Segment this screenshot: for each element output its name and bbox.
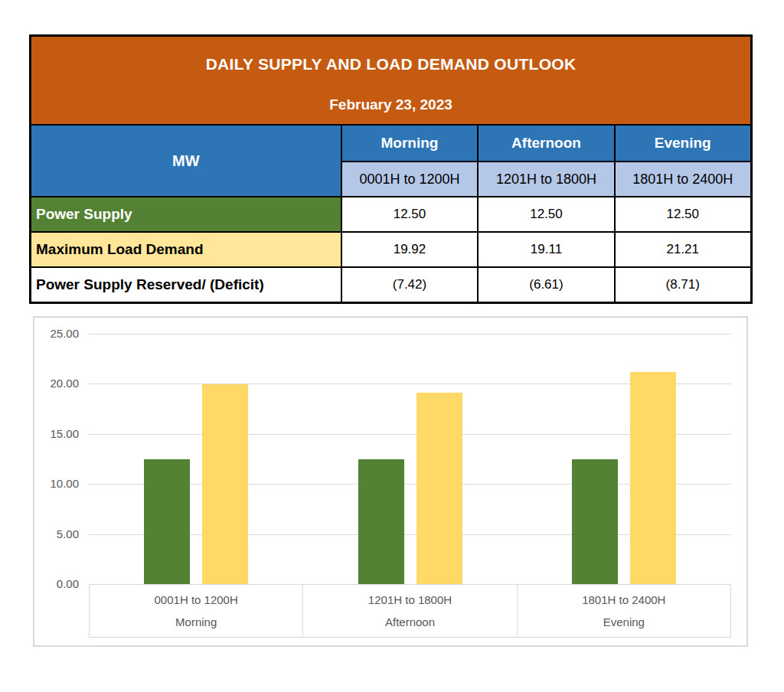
table-title-cell: DAILY SUPPLY AND LOAD DEMAND OUTLOOK Feb… (31, 36, 752, 126)
cell-reserve-morning: (7.42) (341, 267, 479, 302)
bar-power-supply (358, 459, 404, 585)
y-axis-tick-label: 0.00 (39, 577, 79, 590)
table-row-reserve-deficit: Power Supply Reserved/ (Deficit) (7.42) … (31, 267, 752, 302)
x-axis-period-label: Evening (603, 615, 645, 628)
x-axis-period-label: Afternoon (385, 615, 435, 628)
x-axis-category: 1201H to 1800HAfternoon (302, 585, 516, 637)
cell-power-supply-morning: 12.50 (341, 197, 479, 232)
table-row-power-supply: Power Supply 12.50 12.50 12.50 (31, 197, 752, 232)
column-header-evening: Evening (615, 125, 752, 162)
supply-demand-table: DAILY SUPPLY AND LOAD DEMAND OUTLOOK Feb… (29, 34, 753, 304)
row-label-power-supply: Power Supply (31, 197, 341, 232)
cell-power-supply-afternoon: 12.50 (478, 197, 614, 232)
y-axis-tick-label: 20.00 (39, 377, 79, 390)
column-header-morning: Morning (341, 125, 479, 162)
x-axis-label-box: 0001H to 1200HMorning1201H to 1800HAfter… (89, 584, 731, 638)
bar-maximum-load-demand (416, 393, 462, 584)
y-axis-tick-label: 15.00 (39, 427, 79, 440)
column-subheader-morning-hours: 0001H to 1200H (341, 162, 479, 197)
x-axis-hours-label: 1201H to 1800H (368, 593, 452, 606)
table-row: MW Morning Afternoon Evening (31, 125, 752, 162)
bar-chart: 0.005.0010.0015.0020.0025.000001H to 120… (33, 316, 748, 647)
column-header-afternoon: Afternoon (478, 125, 614, 162)
bar-power-supply (144, 459, 190, 585)
column-subheader-afternoon-hours: 1201H to 1800H (478, 162, 614, 197)
bar-maximum-load-demand (202, 384, 248, 584)
table-row-max-load-demand: Maximum Load Demand 19.92 19.11 21.21 (31, 232, 752, 267)
bar-maximum-load-demand (630, 372, 676, 584)
table-row: DAILY SUPPLY AND LOAD DEMAND OUTLOOK Feb… (31, 36, 752, 126)
column-subheader-evening-hours: 1801H to 2400H (615, 162, 752, 197)
x-axis-category: 0001H to 1200HMorning (90, 585, 302, 637)
page: DAILY SUPPLY AND LOAD DEMAND OUTLOOK Feb… (0, 0, 784, 692)
table-title: DAILY SUPPLY AND LOAD DEMAND OUTLOOK (31, 55, 750, 73)
x-axis-period-label: Morning (175, 615, 217, 628)
cell-max-load-evening: 21.21 (615, 232, 752, 267)
table-date: February 23, 2023 (31, 96, 750, 113)
unit-label-cell: MW (31, 125, 341, 197)
gridline (89, 334, 731, 335)
cell-max-load-afternoon: 19.11 (478, 232, 614, 267)
x-axis-hours-label: 1801H to 2400H (582, 593, 665, 606)
cell-reserve-afternoon: (6.61) (478, 267, 614, 302)
cell-reserve-evening: (8.71) (615, 267, 752, 302)
row-label-reserve-deficit: Power Supply Reserved/ (Deficit) (31, 267, 341, 302)
cell-power-supply-evening: 12.50 (615, 197, 752, 232)
cell-max-load-morning: 19.92 (341, 232, 479, 267)
x-axis-hours-label: 0001H to 1200H (155, 593, 238, 606)
row-label-max-load-demand: Maximum Load Demand (31, 232, 341, 267)
y-axis-tick-label: 25.00 (39, 327, 79, 340)
y-axis-tick-label: 10.00 (39, 477, 79, 490)
y-axis-tick-label: 5.00 (39, 527, 79, 540)
x-axis-category: 1801H to 2400HEvening (517, 585, 730, 637)
bar-power-supply (572, 459, 618, 585)
